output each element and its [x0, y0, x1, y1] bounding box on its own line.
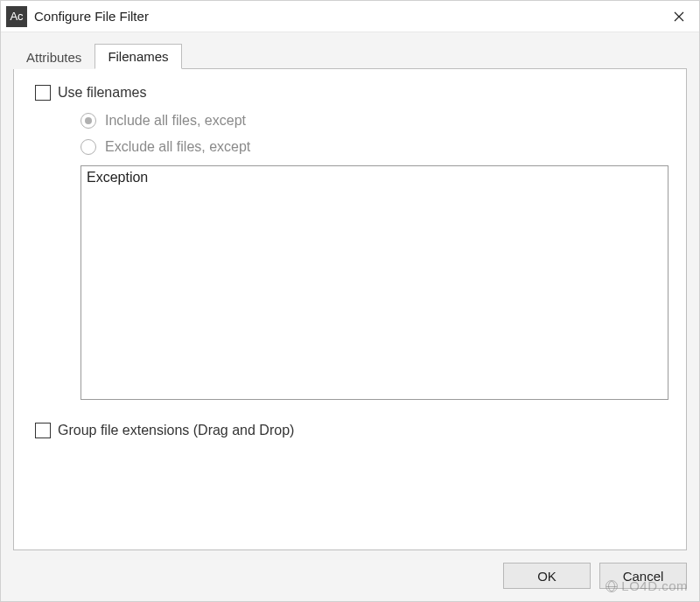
use-filenames-checkbox[interactable]: [35, 85, 51, 101]
close-icon: [674, 11, 684, 22]
tab-filenames[interactable]: Filenames: [94, 44, 181, 69]
ok-button[interactable]: OK: [503, 563, 591, 589]
dialog-window: Ac Configure File Filter Attributes File…: [0, 0, 700, 602]
radio-exclude-label: Exclude all files, except: [105, 139, 250, 155]
group-extensions-row: Group file extensions (Drag and Drop): [35, 423, 668, 438]
window-title: Configure File Filter: [34, 9, 659, 24]
app-icon: Ac: [6, 6, 27, 27]
titlebar: Ac Configure File Filter: [1, 1, 699, 32]
radio-include[interactable]: [80, 113, 96, 129]
cancel-button[interactable]: Cancel: [599, 563, 687, 589]
radio-exclude[interactable]: [80, 139, 96, 155]
group-extensions-label: Group file extensions (Drag and Drop): [58, 423, 294, 438]
exception-list-header: Exception: [87, 170, 662, 186]
radio-include-row: Include all files, except: [80, 113, 668, 129]
use-filenames-row: Use filenames: [35, 85, 668, 101]
radio-exclude-row: Exclude all files, except: [80, 139, 668, 155]
group-extensions-checkbox[interactable]: [35, 423, 51, 438]
radio-include-label: Include all files, except: [105, 113, 246, 129]
close-button[interactable]: [659, 1, 699, 32]
dialog-footer: OK Cancel: [1, 550, 699, 601]
tab-panel-filenames: Use filenames Include all files, except …: [13, 68, 687, 550]
tab-attributes[interactable]: Attributes: [13, 45, 94, 69]
dialog-body: Attributes Filenames Use filenames Inclu…: [1, 32, 699, 550]
tab-strip: Attributes Filenames: [13, 43, 687, 68]
use-filenames-label: Use filenames: [58, 85, 146, 101]
filename-mode-radio-group: Include all files, except Exclude all fi…: [80, 113, 668, 155]
exception-list[interactable]: Exception: [80, 165, 668, 400]
